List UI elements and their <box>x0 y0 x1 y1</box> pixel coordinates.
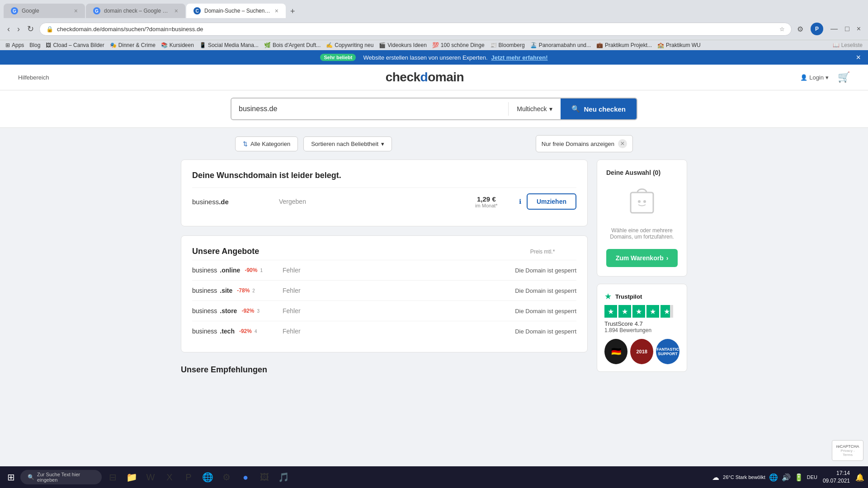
angebote-locked-3: Die Domain ist gesperrt <box>515 328 576 335</box>
wunsch-price-main: 1,29 € <box>459 195 514 203</box>
bookmark-praktikum-wu[interactable]: 🏫 Praktikum WU <box>657 42 701 48</box>
network-icon[interactable]: 🌐 <box>769 473 778 482</box>
taskbar: ⊞ 🔍 Zur Suche Text hier eingeben ⊟ 📁 W X… <box>0 466 868 488</box>
logo-check: check <box>386 70 420 84</box>
all-categories-button[interactable]: ⇅ Alle Kategorien <box>235 136 298 151</box>
promo-close-button[interactable]: × <box>856 53 861 62</box>
promo-badge: Sehr beliebt <box>320 54 356 61</box>
taskbar-time: 17:14 09.07.2021 <box>823 469 850 485</box>
angebote-locked-1: Die Domain ist gesperrt <box>515 287 576 294</box>
bookmark-blog[interactable]: Blog <box>29 42 40 48</box>
sort-button[interactable]: Sortieren nach Beliebtheit ▾ <box>303 136 392 151</box>
wunsch-domain-price: 1,29 € im Monat* <box>459 195 514 208</box>
tab-close-checkdomain[interactable]: × <box>275 7 278 14</box>
extensions-button[interactable]: ⚙ <box>795 23 805 35</box>
svg-point-1 <box>638 200 641 203</box>
multicheck-label: Multicheck <box>517 105 547 113</box>
reload-button[interactable]: ↻ <box>25 22 36 36</box>
angebote-domain-1: business.site -78% 2 <box>192 287 283 294</box>
sidebar-selection: Deine Auswahl (0) Wähle eine oder mehrer… <box>597 160 687 277</box>
search-button[interactable]: 🔍 Neu checken <box>561 99 637 119</box>
taskbar-app-photos[interactable]: 🖼 <box>255 468 274 486</box>
search-button-label: Neu checken <box>584 105 626 113</box>
tab-google[interactable]: G Google × <box>4 4 85 18</box>
svg-rect-0 <box>631 192 653 213</box>
angebote-row-1: business.site -78% 2 Fehler Die Domain i… <box>192 280 576 300</box>
cart-button[interactable]: 🛒 <box>838 71 850 83</box>
bookmark-cload[interactable]: 🖼 Cload – Canva Bilder <box>46 42 104 48</box>
main-layout: Deine Wunschdomain ist leider belegt. bu… <box>163 160 705 397</box>
bookmark-100[interactable]: 💯 100 schöne Dinge <box>432 42 485 48</box>
taskbar-search[interactable]: 🔍 Zur Suche Text hier eingeben <box>20 470 102 484</box>
minimize-button[interactable]: — <box>829 23 840 35</box>
help-link[interactable]: Hilfebereich <box>18 74 49 81</box>
taskbar-app-powerpoint[interactable]: P <box>179 468 198 486</box>
multicheck-button[interactable]: Multicheck ▾ <box>509 100 561 118</box>
bookmark-apps[interactable]: ⊞ Apps <box>5 42 24 48</box>
notification-icon[interactable]: 🔔 <box>855 473 864 482</box>
taskbar-app-browser[interactable]: 🌐 <box>198 468 217 486</box>
close-window-button[interactable]: × <box>855 23 863 35</box>
tab-close-domain[interactable]: × <box>175 7 178 14</box>
recaptcha-policy: Privacy - Terms <box>836 449 859 457</box>
browser-chrome: G Google × G domain check – Google Suche… <box>0 0 868 50</box>
taskbar-right: ☁ 26°C Stark bewölkt 🌐 🔊 🔋 DEU 17:14 09.… <box>712 469 864 485</box>
bookmark-copy[interactable]: ✍ Copywriting neu <box>326 42 373 48</box>
bookmark-panorama[interactable]: 🚠 Panoramabahn und... <box>530 42 591 48</box>
logo-d: d <box>420 70 428 84</box>
bookmark-praktikum[interactable]: 💼 Praktikum Projekt... <box>596 42 652 48</box>
back-button[interactable]: ‹ <box>5 23 12 36</box>
bookmark-video[interactable]: 🎬 Videokurs Ideen <box>379 42 427 48</box>
taskbar-app-multitask[interactable]: ⊟ <box>104 468 122 486</box>
user-icon: 👤 <box>800 74 807 81</box>
warenkorb-button[interactable]: Zum Warenkorb › <box>606 249 678 267</box>
bookmark-dinner[interactable]: 🎭 Dinner & Crime <box>110 42 156 48</box>
bookmark-kursideen[interactable]: 📚 Kursideen <box>161 42 194 48</box>
tab-domain-check[interactable]: G domain check – Google Suche × <box>86 4 185 18</box>
user-avatar[interactable]: P <box>811 23 823 35</box>
tab-bar: G Google × G domain check – Google Suche… <box>0 0 868 18</box>
header-nav: 👤 Login ▾ 🛒 <box>800 71 850 83</box>
taskbar-app-file[interactable]: 📁 <box>123 468 141 486</box>
tp-star-2: ★ <box>618 305 631 318</box>
address-bar-row: ‹ › ↻ 🔒 checkdomain.de/domains/suchen/?d… <box>0 18 868 40</box>
taskbar-app-chrome[interactable]: ● <box>236 468 255 486</box>
address-bar[interactable]: 🔒 checkdomain.de/domains/suchen/?domain=… <box>39 23 792 36</box>
new-tab-button[interactable]: + <box>287 5 299 18</box>
angebote-domain-0: business.online -90% 1 <box>192 267 283 274</box>
account-button[interactable]: P <box>809 21 825 37</box>
all-categories-label: Alle Kategorien <box>250 141 290 147</box>
promo-link[interactable]: Jetzt mehr erfahren! <box>491 54 548 61</box>
search-input[interactable] <box>231 99 508 118</box>
bookmark-bloomberg[interactable]: 📰 Bloomberg <box>490 42 525 48</box>
info-icon[interactable]: ℹ <box>519 198 521 205</box>
search-bar-wrapper: Multicheck ▾ 🔍 Neu checken <box>231 98 637 120</box>
warenkorb-label: Zum Warenkorb <box>616 254 664 262</box>
volume-icon[interactable]: 🔊 <box>782 473 791 482</box>
bookmark-social[interactable]: 📱 Social Media Mana... <box>199 42 259 48</box>
taskbar-app-settings[interactable]: ⚙ <box>217 468 236 486</box>
reading-list-icon[interactable]: 📖 Leseliste <box>833 42 863 48</box>
recaptcha-widget: reCAPTCHA Privacy - Terms <box>832 440 863 461</box>
site-logo[interactable]: checkdomain <box>386 70 464 84</box>
taskbar-app-excel[interactable]: X <box>160 468 179 486</box>
tab-favicon-checkdomain: C <box>193 7 201 14</box>
weather-text: 26°C Stark bewölkt <box>723 474 765 480</box>
taskbar-app-music[interactable]: 🎵 <box>274 468 292 486</box>
clock-date: 09.07.2021 <box>823 477 850 485</box>
clear-filter-button[interactable]: × <box>618 139 627 148</box>
forward-button[interactable]: › <box>15 23 22 36</box>
battery-icon[interactable]: 🔋 <box>794 473 803 482</box>
bookmark-star-icon[interactable]: ☆ <box>779 26 785 33</box>
tab-close-google[interactable]: × <box>74 7 78 14</box>
start-button[interactable]: ⊞ <box>4 470 19 484</box>
login-button[interactable]: 👤 Login ▾ <box>800 74 829 81</box>
maximize-button[interactable]: □ <box>843 23 851 35</box>
taskbar-app-word[interactable]: W <box>142 468 160 486</box>
bookmark-bois[interactable]: 🌿 Bois d'Argent Duft... <box>264 42 321 48</box>
umziehen-button[interactable]: Umziehen <box>527 193 576 210</box>
angebote-row-0: business.online -90% 1 Fehler Die Domain… <box>192 260 576 280</box>
tab-favicon-google: G <box>11 7 18 14</box>
tab-title-checkdomain: Domain-Suche – Suchen & regis… <box>204 8 271 14</box>
tab-checkdomain[interactable]: C Domain-Suche – Suchen & regis… × <box>186 4 286 18</box>
